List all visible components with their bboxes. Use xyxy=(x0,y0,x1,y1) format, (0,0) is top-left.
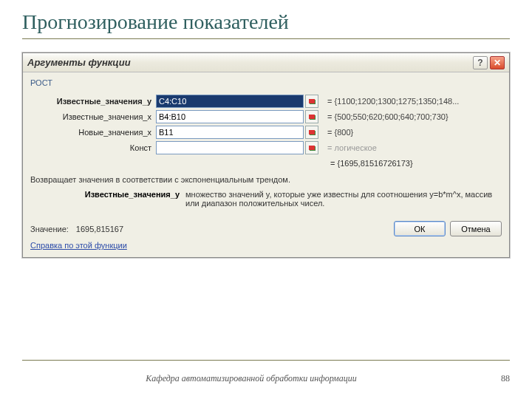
value-number: 1695,815167 xyxy=(76,225,123,233)
range-selector-icon[interactable] xyxy=(305,110,318,123)
value-label: Значение: xyxy=(30,225,69,233)
arg-input-known-x[interactable] xyxy=(156,110,304,123)
function-description: Возвращает значения в соответствии с экс… xyxy=(30,175,502,184)
arg-row: Конст = логическое xyxy=(30,141,502,154)
arg-input-known-y[interactable] xyxy=(156,95,304,108)
arg-input-new-x[interactable] xyxy=(156,126,304,139)
arguments-area: Известные_значения_y = {1100;1200;1300;1… xyxy=(30,95,502,154)
parameter-help: Известные_значения_y множество значений … xyxy=(30,190,502,208)
overall-result: = {1695,81516726173} xyxy=(30,159,502,168)
footer-text: Кафедра автоматизированной обработки инф… xyxy=(22,373,480,384)
arg-result: = логическое xyxy=(327,143,377,152)
page-number: 88 xyxy=(480,373,510,384)
dialog-titlebar: Аргументы функции ? ✕ xyxy=(23,53,509,72)
function-arguments-dialog: Аргументы функции ? ✕ РОСТ Известные_зна… xyxy=(22,52,510,258)
arg-label: Известные_значения_x xyxy=(30,112,156,121)
arg-row: Известные_значения_y = {1100;1200;1300;1… xyxy=(30,95,502,108)
close-icon: ✕ xyxy=(494,58,501,68)
help-link[interactable]: Справка по этой функции xyxy=(30,241,127,250)
arg-result: = {1100;1200;1300;1275;1350;148... xyxy=(327,97,459,106)
help-button[interactable]: ? xyxy=(473,56,488,69)
cancel-button[interactable]: Отмена xyxy=(450,221,502,236)
range-selector-icon[interactable] xyxy=(305,126,318,139)
function-name: РОСТ xyxy=(30,78,502,87)
close-button[interactable]: ✕ xyxy=(490,56,505,69)
arg-input-const[interactable] xyxy=(156,141,304,154)
range-selector-icon[interactable] xyxy=(305,141,318,154)
arg-row: Новые_значения_x = {800} xyxy=(30,126,502,139)
range-selector-icon[interactable] xyxy=(305,95,318,108)
ok-button[interactable]: ОК xyxy=(394,221,446,236)
arg-result: = {500;550;620;600;640;700;730} xyxy=(327,112,449,121)
arg-result: = {800} xyxy=(327,128,353,137)
arg-label: Новые_значения_x xyxy=(30,128,156,137)
param-help-text: множество значений y, которые уже извест… xyxy=(185,190,502,208)
footer-divider xyxy=(22,360,510,361)
param-help-name: Известные_значения_y xyxy=(67,190,185,208)
arg-row: Известные_значения_x = {500;550;620;600;… xyxy=(30,110,502,123)
arg-label: Конст xyxy=(30,143,156,152)
slide-title: Прогнозирование показателей xyxy=(22,7,510,39)
arg-label: Известные_значения_y xyxy=(30,97,156,106)
dialog-title: Аргументы функции xyxy=(27,57,471,68)
